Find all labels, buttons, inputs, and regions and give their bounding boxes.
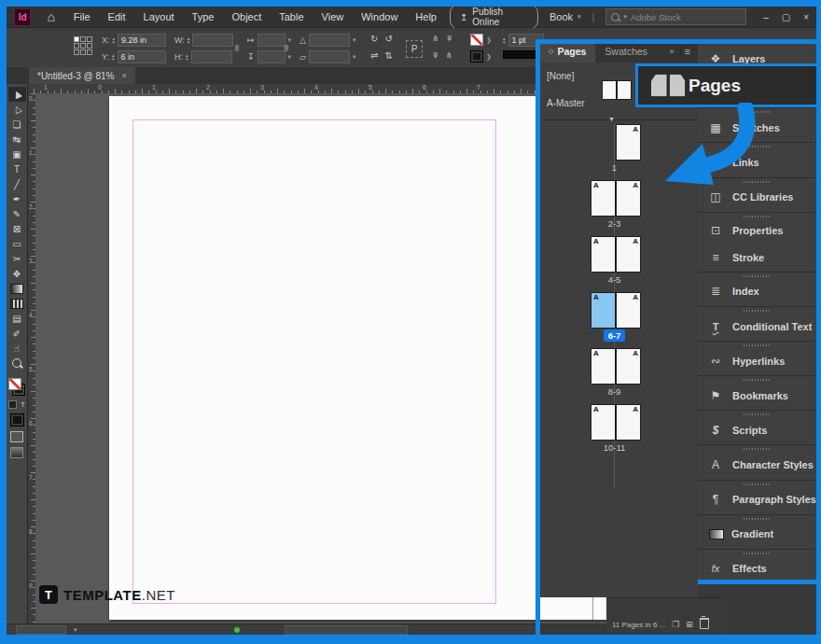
frame-tool[interactable]: ⊠ (8, 221, 26, 236)
menu-edit[interactable]: Edit (104, 11, 131, 22)
dock-item-scripts[interactable]: $ Scripts (698, 415, 816, 444)
pencil-tool[interactable]: ✎ (8, 206, 26, 221)
line-tool[interactable]: ╱ (8, 176, 26, 191)
gradient-feather-tool[interactable] (8, 296, 26, 311)
page-thumbnail[interactable]: A (616, 180, 641, 217)
menu-table[interactable]: Table (274, 11, 308, 22)
constrain-link-icon[interactable]: ∞ (232, 45, 243, 51)
document-tab[interactable]: *Untitled-3 @ 81% × (29, 67, 135, 84)
selection-tool[interactable]: ▶ (8, 87, 26, 102)
chevron-down-icon[interactable]: ▾ (353, 53, 356, 61)
hand-tool[interactable]: ☝ (8, 341, 26, 356)
pages-item-10-11[interactable]: A A 10-11 (539, 401, 698, 457)
reference-point-proxy[interactable] (74, 36, 92, 55)
menu-view[interactable]: View (317, 11, 349, 22)
dock-item-hyperlinks[interactable]: ∾ Hyperlinks (698, 346, 816, 375)
adobe-stock-search[interactable]: ▾ Adobe Stock (605, 8, 746, 25)
stepper-icon[interactable]: ▴▾ (186, 53, 188, 61)
chevron-right-icon[interactable]: ❯ (486, 53, 492, 61)
page-label[interactable]: 4-5 (539, 274, 689, 285)
chevron-right-icon[interactable]: ❯ (486, 36, 492, 44)
dock-item-index[interactable]: ≣ Index (698, 277, 816, 306)
pen-tool[interactable]: ✒ (8, 191, 26, 206)
rectangle-tool[interactable]: ▭ (8, 236, 26, 251)
fill-swatch[interactable] (470, 50, 483, 63)
direct-selection-tool[interactable]: ▷ (8, 102, 26, 117)
menu-layout[interactable]: Layout (139, 11, 179, 22)
gap-tool[interactable]: ↹ (8, 132, 26, 147)
scale-y-field[interactable] (257, 50, 285, 63)
page-thumbnail[interactable]: A (591, 404, 616, 441)
align-icon[interactable]: ⋔ (430, 34, 441, 43)
book-dropdown[interactable]: Book ▾ (550, 11, 581, 22)
stepper-icon[interactable]: ▴▾ (503, 36, 506, 44)
x-position-field[interactable]: 9.28 in (118, 34, 166, 47)
a-master-thumbnail[interactable] (602, 80, 632, 100)
panel-overflow-icon[interactable]: » (666, 47, 678, 56)
page-thumbnail[interactable]: A (591, 236, 616, 273)
page-thumbnail[interactable]: A (591, 348, 616, 385)
dock-item-paragraph-styles[interactable]: ¶ Paragraph Styles (698, 485, 816, 514)
page-thumbnail-selected[interactable]: A (591, 292, 616, 329)
chevron-down-icon[interactable]: ▾ (288, 36, 292, 44)
dock-item-bookmarks[interactable]: ⚑ Bookmarks (698, 381, 816, 410)
align-icon[interactable]: ⋔ (430, 50, 441, 60)
distribute-icon[interactable]: ⋔ (444, 50, 455, 60)
formatting-affects-container-icon[interactable] (8, 400, 17, 409)
chevron-down-icon[interactable]: ▾ (353, 36, 356, 44)
scissors-tool[interactable]: ✂ (8, 251, 26, 266)
master-a-master[interactable]: A-Master (547, 98, 585, 108)
free-transform-tool[interactable]: ✥ (8, 266, 26, 281)
preflight-ok-indicator[interactable] (234, 627, 240, 633)
close-button[interactable]: × (803, 12, 809, 22)
pages-callout[interactable]: Pages (635, 63, 821, 107)
screen-mode-preview-icon[interactable] (10, 447, 23, 458)
dock-item-conditional-text[interactable]: T Conditional Text (698, 312, 816, 341)
stepper-icon[interactable]: ▴▾ (112, 53, 115, 61)
note-tool[interactable]: ▤ (8, 311, 26, 326)
fill-stroke-swatches[interactable] (7, 378, 26, 396)
page-tool[interactable]: ❏ (8, 117, 26, 132)
page-navigation-field[interactable] (16, 625, 66, 635)
home-icon[interactable]: ⌂ (47, 9, 54, 24)
publish-online-button[interactable]: ↥ Publish Online (450, 4, 538, 30)
eyedropper-tool[interactable]: ✐ (8, 326, 26, 341)
dock-item-properties[interactable]: ⊡ Properties (698, 217, 816, 245)
screen-mode-normal-icon[interactable] (10, 431, 23, 442)
dock-item-stroke[interactable]: ≡ Stroke (698, 245, 816, 272)
pages-item-4-5[interactable]: A A 4-5 (539, 233, 698, 289)
height-field[interactable] (191, 50, 232, 63)
page-thumbnail[interactable]: A (616, 404, 641, 441)
tab-close-icon[interactable]: × (121, 71, 126, 80)
dock-item-character-styles[interactable]: A Character Styles (698, 450, 816, 479)
pages-item-6-7[interactable]: A A 6-7 (539, 289, 698, 345)
apply-color-button[interactable] (10, 413, 24, 427)
maximize-button[interactable]: ▢ (782, 12, 790, 22)
flip-horizontal-icon[interactable]: ⇌ (369, 50, 380, 61)
page-thumbnail[interactable]: A (616, 292, 641, 329)
menu-object[interactable]: Object (227, 11, 266, 22)
master-none[interactable]: [None] (547, 71, 574, 81)
page-thumbnail[interactable]: A (616, 348, 641, 385)
page-label[interactable]: 2-3 (539, 218, 689, 229)
page-thumbnail[interactable]: A (591, 180, 616, 217)
delete-page-icon[interactable] (700, 618, 709, 629)
content-collector-tool[interactable]: ▣ (8, 147, 26, 161)
minimize-button[interactable]: – (763, 12, 769, 22)
menu-window[interactable]: Window (356, 11, 402, 22)
create-new-page-icon[interactable]: ⊞ (686, 620, 693, 629)
shear-angle-field[interactable] (309, 50, 350, 63)
zoom-tool[interactable] (8, 356, 26, 371)
rotation-angle-field[interactable] (309, 34, 350, 47)
y-position-field[interactable]: 6 in (118, 50, 166, 63)
page-thumbnail[interactable]: A (616, 236, 641, 273)
pages-item-8-9[interactable]: A A 8-9 (539, 345, 698, 401)
stroke-none-swatch[interactable] (470, 34, 483, 46)
distribute-icon[interactable]: ⋔ (444, 34, 455, 43)
menu-help[interactable]: Help (410, 11, 441, 22)
width-field[interactable] (192, 34, 233, 47)
constrain-scale-icon[interactable]: ∞ (282, 45, 292, 51)
stepper-icon[interactable]: ▴▾ (113, 36, 116, 44)
page-label-selected[interactable]: 6-7 (539, 330, 689, 341)
chevron-down-icon[interactable]: ▾ (74, 626, 77, 634)
